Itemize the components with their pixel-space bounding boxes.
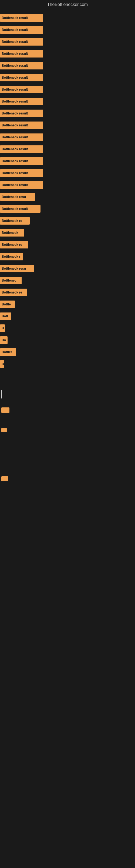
bottleneck-bar-14: Bottleneck result: [0, 181, 43, 189]
tiny-bar-1: [0, 426, 135, 434]
bar-row-21: Bottleneck resu: [0, 262, 135, 275]
bottleneck-bar-23: Bottleneck re: [0, 289, 27, 296]
bottleneck-bar-24: Bottle: [0, 301, 15, 308]
bottleneck-bar-29: B: [0, 360, 4, 368]
bar-row-7: Bottleneck result: [0, 95, 135, 107]
bottom-spacer: [0, 434, 135, 475]
gap: [0, 400, 135, 405]
bar-row-28: Bottler: [0, 346, 135, 358]
bar-row-10: Bottleneck result: [0, 131, 135, 143]
bottleneck-bar-17: Bottleneck re: [0, 217, 30, 225]
bar-row-13: Bottleneck result: [0, 167, 135, 179]
small-bar-1: [0, 405, 135, 415]
bottleneck-bar-7: Bottleneck result: [0, 98, 43, 105]
bottom-bar-1: [0, 475, 135, 483]
bar-row-1: Bottleneck result: [0, 24, 135, 36]
bar-row-9: Bottleneck result: [0, 119, 135, 131]
cursor-indicator: [1, 390, 2, 399]
final-spacer: [0, 483, 135, 510]
bar-row-11: Bottleneck result: [0, 143, 135, 155]
bottleneck-bar-25: Bott: [0, 312, 11, 320]
bar-row-26: B: [0, 322, 135, 334]
bar-row-23: Bottleneck re: [0, 286, 135, 299]
bar-row-15: Bottleneck resu: [0, 191, 135, 203]
bottom-tiny-bar: [1, 476, 8, 481]
bar-row-20: Bottleneck r: [0, 251, 135, 262]
bar-row-2: Bottleneck result: [0, 36, 135, 48]
bar-row-12: Bottleneck result: [0, 155, 135, 167]
bar-row-19: Bottleneck re: [0, 239, 135, 251]
bar-row-17: Bottleneck re: [0, 215, 135, 227]
bar-row-14: Bottleneck result: [0, 179, 135, 191]
site-title: TheBottlenecker.com: [0, 0, 135, 9]
bar-row-18: Bottleneck: [0, 227, 135, 239]
bar-row-0: Bottleneck result: [0, 12, 135, 24]
cursor-area: [0, 389, 135, 400]
bar-row-29: B: [0, 358, 135, 370]
bottleneck-bar-21: Bottleneck resu: [0, 265, 34, 272]
bottleneck-bar-15: Bottleneck resu: [0, 193, 35, 201]
bar-row-8: Bottleneck result: [0, 107, 135, 119]
bottleneck-bar-13: Bottleneck result: [0, 169, 43, 177]
bottleneck-bar-10: Bottleneck result: [0, 133, 43, 141]
bottleneck-bar-20: Bottleneck r: [0, 253, 23, 260]
spacer-1: [0, 373, 135, 389]
bottleneck-bar-8: Bottleneck result: [0, 110, 43, 117]
bottleneck-bar-2: Bottleneck result: [0, 38, 43, 45]
bar-row-25: Bott: [0, 310, 135, 322]
bottleneck-bar-27: Bo: [0, 336, 8, 344]
bottleneck-bar-28: Bottler: [0, 348, 16, 356]
bar-row-27: Bo: [0, 334, 135, 346]
bar-row-6: Bottleneck result: [0, 84, 135, 95]
bottleneck-bar-6: Bottleneck result: [0, 86, 43, 93]
bottleneck-bar-3: Bottleneck result: [0, 50, 43, 58]
bottleneck-bar-0: Bottleneck result: [0, 14, 43, 22]
bar-row-16: Bottleneck result: [0, 203, 135, 215]
bottleneck-bar-22: Bottlenec: [0, 277, 21, 284]
bar-row-22: Bottlenec: [0, 275, 135, 286]
bar-row-4: Bottleneck result: [0, 60, 135, 72]
bar-row-24: Bottle: [0, 299, 135, 310]
bars-container: Bottleneck resultBottleneck resultBottle…: [0, 9, 135, 373]
bottleneck-bar-1: Bottleneck result: [0, 26, 43, 34]
tiny-orange-block-1: [1, 428, 7, 432]
bar-row-3: Bottleneck result: [0, 48, 135, 60]
bottleneck-bar-12: Bottleneck result: [0, 157, 43, 165]
bottleneck-bar-5: Bottleneck result: [0, 74, 43, 82]
bottleneck-bar-19: Bottleneck re: [0, 241, 28, 248]
bottleneck-bar-4: Bottleneck result: [0, 62, 43, 69]
bottleneck-bar-11: Bottleneck result: [0, 145, 43, 153]
bottleneck-bar-9: Bottleneck result: [0, 122, 43, 129]
bottleneck-bar-16: Bottleneck result: [0, 205, 41, 213]
site-title-text: TheBottlenecker.com: [47, 2, 88, 7]
small-orange-bar-1: [1, 407, 9, 413]
gap2: [0, 415, 135, 426]
bottleneck-bar-18: Bottleneck: [0, 229, 24, 237]
bottleneck-bar-26: B: [0, 324, 5, 332]
bar-row-5: Bottleneck result: [0, 72, 135, 84]
